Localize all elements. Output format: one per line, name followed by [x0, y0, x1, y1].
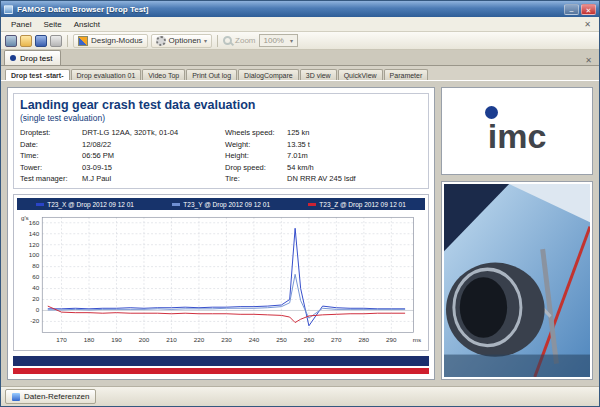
menu-item-ansicht[interactable]: Ansicht	[68, 19, 106, 30]
svg-text:200: 200	[139, 337, 150, 344]
svg-text:210: 210	[166, 337, 177, 344]
menu-items: PanelSeiteAnsicht	[5, 19, 106, 30]
svg-text:220: 220	[194, 337, 205, 344]
daten-referenzen-label: Daten-Referenzen	[24, 392, 89, 401]
info-value: 03-09-15	[82, 163, 217, 172]
svg-text:100: 100	[29, 252, 40, 259]
document-close-icon[interactable]: ✕	[580, 20, 595, 29]
optionen-button[interactable]: Optionen ▾	[151, 34, 212, 48]
info-column-left: Droptest:DRT-LG 12AA, 320Tk, 01-04Date:1…	[20, 128, 217, 183]
header-panel: Landing gear crash test data evaluation …	[13, 93, 429, 189]
page-title: Landing gear crash test data evaluation	[20, 98, 422, 112]
info-row: Test manager:M.J Paul	[20, 174, 217, 183]
subtab-drop-test-start-[interactable]: Drop test -start-	[5, 69, 70, 80]
info-label: Height:	[225, 151, 287, 160]
zoom-select[interactable]: 100% ▾	[259, 34, 298, 47]
svg-text:170: 170	[56, 337, 67, 344]
imc-logo: imc	[488, 109, 547, 153]
svg-text:-20: -20	[30, 317, 40, 324]
info-value: M.J Paul	[82, 174, 217, 183]
navy-stripe	[13, 356, 429, 366]
svg-text:290: 290	[386, 337, 397, 344]
photo-ground-shadow	[444, 355, 590, 377]
legend-item: T23_X @ Drop 2012 09 12 01	[36, 201, 134, 208]
app-icon	[4, 5, 13, 14]
svg-text:180: 180	[84, 337, 95, 344]
gear-icon	[156, 36, 166, 46]
tab-drop-test[interactable]: Drop test	[4, 50, 61, 65]
menu-item-panel[interactable]: Panel	[5, 19, 37, 30]
subtab-video-top[interactable]: Video Top	[142, 69, 185, 80]
title-bar: FAMOS Daten Browser [Drop Test] – ✕	[1, 1, 599, 17]
svg-text:280: 280	[359, 337, 370, 344]
red-stripe	[13, 368, 429, 374]
tab-label: Drop test	[20, 54, 52, 63]
svg-text:250: 250	[276, 337, 287, 344]
info-label: Drop speed:	[225, 163, 287, 172]
page-subtitle: (single test evaluation)	[20, 113, 422, 123]
info-row: Tire:DN RRR AV 245 lsdf	[225, 174, 422, 183]
info-label: Weight:	[225, 140, 287, 149]
info-row: Height:7.01m	[225, 151, 422, 160]
legend-item: T23_Y @ Drop 2012 09 12 01	[172, 201, 270, 208]
open-folder-icon[interactable]	[20, 35, 32, 47]
subtab-dialogcompare[interactable]: DialogCompare	[238, 69, 299, 80]
info-label: Wheels speed:	[225, 128, 287, 137]
design-modus-label: Design-Modus	[91, 36, 143, 45]
svg-text:40: 40	[32, 285, 40, 292]
panel-icon[interactable]	[5, 35, 17, 47]
legend-swatch	[36, 203, 44, 206]
info-value: 54 km/h	[287, 163, 422, 172]
info-label: Tower:	[20, 163, 82, 172]
legend-item: T23_Z @ Drop 2012 09 12 01	[308, 201, 405, 208]
zoom-icon	[223, 36, 232, 45]
info-value: 12/08/22	[82, 140, 217, 149]
legend-label: T23_X @ Drop 2012 09 12 01	[47, 201, 134, 208]
subtab-print-out-log[interactable]: Print Out log	[186, 69, 237, 80]
daten-referenzen-button[interactable]: Daten-Referenzen	[5, 389, 96, 404]
tab-close-icon[interactable]: ✕	[581, 56, 596, 65]
svg-text:0: 0	[36, 306, 40, 313]
info-value: 125 kn	[287, 128, 422, 137]
acceleration-chart: 1701801902002102202302402502602702802901…	[17, 210, 425, 347]
info-grid: Droptest:DRT-LG 12AA, 320Tk, 01-04Date:1…	[20, 128, 422, 183]
legend-label: T23_Z @ Drop 2012 09 12 01	[319, 201, 405, 208]
subtab-quickview[interactable]: QuickView	[338, 69, 383, 80]
status-bar: Daten-Referenzen	[1, 386, 599, 406]
zoom-value: 100%	[264, 36, 284, 45]
main-tab-row: Drop test ✕	[1, 50, 599, 66]
right-column: imc	[441, 87, 593, 380]
info-value: 13.35 t	[287, 140, 422, 149]
svg-text:190: 190	[111, 337, 122, 344]
subtab-drop-evaluation-01[interactable]: Drop evaluation 01	[71, 69, 142, 80]
optionen-label: Optionen	[169, 36, 201, 45]
info-row: Weight:13.35 t	[225, 140, 422, 149]
menu-item-seite[interactable]: Seite	[37, 19, 67, 30]
subtab-parameter[interactable]: Parameter	[384, 69, 429, 80]
legend-swatch	[308, 203, 316, 206]
save-icon[interactable]	[35, 35, 47, 47]
print-icon[interactable]	[50, 35, 62, 47]
info-row: Date:12/08/22	[20, 140, 217, 149]
design-modus-button[interactable]: Design-Modus	[73, 34, 148, 48]
toolbar: Design-Modus Optionen ▾ Zoom 100% ▾	[1, 32, 599, 50]
imc-logo-dot-icon	[485, 106, 498, 119]
close-button[interactable]: ✕	[581, 4, 596, 15]
svg-text:20: 20	[32, 296, 40, 303]
info-row: Wheels speed:125 kn	[225, 128, 422, 137]
info-row: Drop speed:54 km/h	[225, 163, 422, 172]
menu-bar: PanelSeiteAnsicht ✕	[1, 17, 599, 32]
info-value: DN RRR AV 245 lsdf	[287, 174, 422, 183]
toolbar-separator	[217, 35, 218, 47]
info-label: Time:	[20, 151, 82, 160]
brand-stripes	[13, 356, 429, 374]
info-column-right: Wheels speed:125 knWeight:13.35 tHeight:…	[225, 128, 422, 183]
zoom-label: Zoom	[235, 36, 255, 45]
subtab-3d-view[interactable]: 3D view	[300, 69, 337, 80]
photo-box	[441, 181, 593, 380]
chart-panel: T23_X @ Drop 2012 09 12 01T23_Y @ Drop 2…	[13, 194, 429, 351]
svg-text:230: 230	[221, 337, 232, 344]
minimize-button[interactable]: –	[564, 4, 579, 15]
chevron-down-icon: ▾	[290, 37, 293, 44]
subtab-row: Drop test -start-Drop evaluation 01Video…	[1, 66, 599, 81]
